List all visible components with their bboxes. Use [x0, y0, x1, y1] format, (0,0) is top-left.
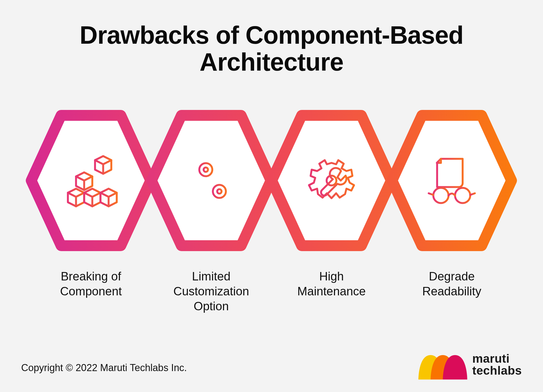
svg-point-13 [433, 188, 449, 203]
svg-point-14 [455, 188, 470, 203]
hex-label-0: Breaking ofComponent [26, 269, 156, 299]
brand-logo-text: maruti techlabs [472, 353, 522, 377]
hex-card-3 [387, 107, 517, 254]
study-icon [426, 155, 478, 206]
brand-logo-mark [418, 350, 467, 380]
gear-icon [306, 155, 357, 206]
copyright-text: Copyright © 2022 Maruti Techlabs Inc. [21, 362, 187, 374]
page-title: Drawbacks of Component-Based Architectur… [0, 22, 543, 76]
hex-label-3: DegradeReadability [387, 269, 517, 299]
blocks-icon [65, 155, 117, 206]
brand-line-2: techlabs [472, 365, 522, 377]
sliders-icon [185, 155, 237, 206]
brand-line-1: maruti [472, 353, 522, 365]
hex-label-1: LimitedCustomizationOption [146, 269, 276, 314]
hex-card-2 [266, 107, 397, 254]
title-line-2: Architecture [200, 48, 343, 76]
hex-row [26, 107, 517, 254]
brand-logo: maruti techlabs [418, 350, 522, 380]
hex-card-1 [146, 107, 276, 254]
labels-row: Breaking ofComponentLimitedCustomization… [26, 269, 517, 323]
hex-card-0 [26, 107, 156, 254]
hex-label-2: HighMaintenance [266, 269, 397, 299]
title-line-1: Drawbacks of Component-Based [80, 21, 463, 49]
